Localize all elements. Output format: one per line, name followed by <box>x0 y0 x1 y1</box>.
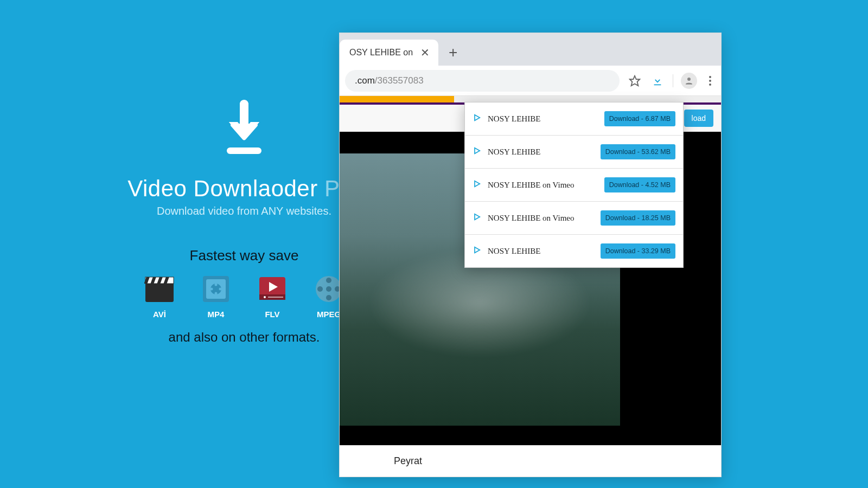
svg-rect-3 <box>145 282 174 302</box>
promo-title-main: Video Downlaoder <box>127 176 317 201</box>
svg-point-24 <box>326 295 331 300</box>
svg-point-14 <box>210 288 213 291</box>
credit-bar: Peyrat <box>340 445 721 477</box>
extension-popup: NOSY LEHIBE Download - 6.87 MB NOSY LEHI… <box>464 102 684 268</box>
url-path: /363557083 <box>375 75 424 86</box>
svg-point-12 <box>215 284 218 286</box>
format-flv: FLV <box>257 274 288 319</box>
close-icon[interactable]: ✕ <box>420 46 430 59</box>
star-icon[interactable] <box>627 73 642 88</box>
svg-point-28 <box>687 78 691 81</box>
play-icon <box>473 179 481 190</box>
clapperboard-icon <box>144 274 175 306</box>
download-item: NOSY LEHIBE Download - 6.87 MB <box>465 102 683 136</box>
play-icon <box>473 246 481 256</box>
download-item: NOSY LEHIBE on Vimeo Download - 4.52 MB <box>465 169 683 202</box>
download-item: NOSY LEHIBE Download - 53.62 MB <box>465 136 683 169</box>
format-label: MPEG <box>317 310 341 319</box>
url-field[interactable]: .com/363557083 <box>345 70 620 92</box>
svg-marker-32 <box>475 214 480 220</box>
svg-point-25 <box>317 286 323 292</box>
download-button[interactable]: Download - 4.52 MB <box>604 177 675 192</box>
kebab-menu-icon[interactable] <box>705 76 716 86</box>
svg-marker-27 <box>630 75 640 85</box>
svg-marker-31 <box>475 181 480 187</box>
browser-tab[interactable]: OSY LEHIBE on ✕ <box>340 40 438 66</box>
format-label: MP4 <box>208 310 225 319</box>
svg-marker-33 <box>475 247 480 253</box>
download-item-title: NOSY LEHIBE <box>488 114 540 124</box>
format-mp4: MP4 <box>201 274 231 319</box>
svg-point-22 <box>326 286 331 292</box>
svg-rect-20 <box>268 297 283 298</box>
toolbar-divider <box>673 74 673 87</box>
svg-marker-29 <box>475 115 480 121</box>
svg-point-19 <box>264 296 266 298</box>
format-label: FLV <box>265 310 279 319</box>
download-item-title: NOSY LEHIBE on Vimeo <box>488 181 575 190</box>
svg-rect-2 <box>227 147 261 154</box>
browser-tabbar: OSY LEHIBE on ✕ + <box>340 33 721 66</box>
toolbar-icons <box>620 73 716 89</box>
play-icon <box>473 213 481 223</box>
svg-point-23 <box>326 278 331 283</box>
svg-marker-30 <box>475 148 480 154</box>
site-load-button[interactable]: load <box>684 110 713 127</box>
download-button[interactable]: Download - 6.87 MB <box>604 111 675 126</box>
format-avi: AVİ <box>144 274 175 319</box>
download-button[interactable]: Download - 53.62 MB <box>601 144 675 159</box>
video-file-icon <box>201 274 231 306</box>
download-logo-icon <box>217 98 271 159</box>
svg-point-15 <box>219 288 222 291</box>
promo-stage: Video Downlaoder Pro Download video from… <box>0 0 868 488</box>
credit-name: Peyrat <box>394 455 422 467</box>
url-domain: .com <box>355 75 375 86</box>
download-item-title: NOSY LEHIBE <box>488 147 540 157</box>
browser-address-bar: .com/363557083 <box>340 66 721 96</box>
download-item: NOSY LEHIBE Download - 33.29 MB <box>465 235 683 267</box>
play-icon <box>473 113 481 124</box>
download-item: NOSY LEHIBE on Vimeo Download - 18.25 MB <box>465 202 683 235</box>
flv-player-icon <box>257 274 288 306</box>
svg-point-13 <box>215 292 218 295</box>
download-button[interactable]: Download - 33.29 MB <box>601 243 675 259</box>
extension-download-icon[interactable] <box>650 73 665 88</box>
tab-title: OSY LEHIBE on <box>349 48 413 57</box>
play-icon <box>473 146 481 157</box>
new-tab-button[interactable]: + <box>442 41 464 64</box>
download-button[interactable]: Download - 18.25 MB <box>601 210 675 226</box>
download-item-title: NOSY LEHIBE <box>488 247 540 256</box>
format-label: AVİ <box>153 310 166 319</box>
profile-avatar-icon[interactable] <box>681 73 697 89</box>
download-item-title: NOSY LEHIBE on Vimeo <box>488 214 575 223</box>
